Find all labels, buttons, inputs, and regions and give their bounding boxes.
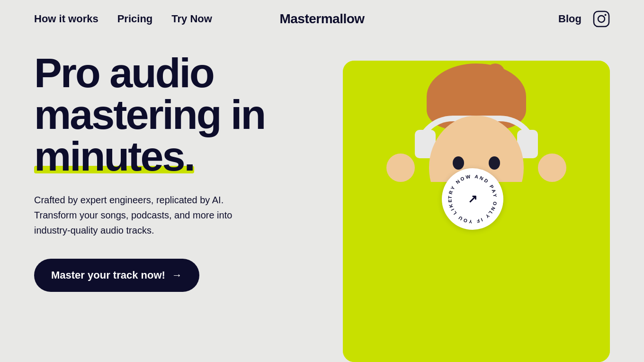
hand-right <box>538 154 566 182</box>
nav-try-now[interactable]: Try Now <box>171 13 212 25</box>
hero-title-line2: mastering in <box>34 91 265 138</box>
nav-left: How it works Pricing Try Now <box>34 13 212 25</box>
nav-right: Blog <box>558 10 610 27</box>
hero-subtitle: Crafted by expert engineers, replicated … <box>34 192 242 238</box>
navbar: How it works Pricing Try Now Mastermallo… <box>0 0 644 38</box>
nav-how-it-works[interactable]: How it works <box>34 13 98 25</box>
arrow-icon: → <box>172 269 182 281</box>
cta-label: Master your track now! <box>51 269 165 281</box>
hero-title-line3: minutes. <box>34 136 194 177</box>
hero-left: Pro audio mastering in minutes. Crafted … <box>34 52 318 292</box>
nav-center: Mastermallow <box>279 11 364 27</box>
svg-point-2 <box>605 14 607 16</box>
hero-title: Pro audio mastering in minutes. <box>34 52 318 177</box>
nav-blog[interactable]: Blog <box>558 13 581 25</box>
badge-arrow-icon: ↗ <box>468 192 477 206</box>
nav-pricing[interactable]: Pricing <box>117 13 153 25</box>
instagram-icon[interactable] <box>593 10 610 27</box>
brand-logo[interactable]: Mastermallow <box>279 11 364 26</box>
circular-badge[interactable]: TRY NOW AND PAY ONLY IF YOU LIKE IT · ↗ <box>442 168 503 230</box>
hand-left <box>386 154 415 182</box>
badge-inner: TRY NOW AND PAY ONLY IF YOU LIKE IT · ↗ <box>444 171 501 227</box>
hero-title-line1: Pro audio <box>34 49 214 96</box>
svg-point-1 <box>598 16 605 22</box>
cta-button[interactable]: Master your track now! → <box>34 259 199 292</box>
eye-right <box>489 156 500 170</box>
svg-rect-0 <box>594 11 609 27</box>
eye-left <box>453 156 464 170</box>
